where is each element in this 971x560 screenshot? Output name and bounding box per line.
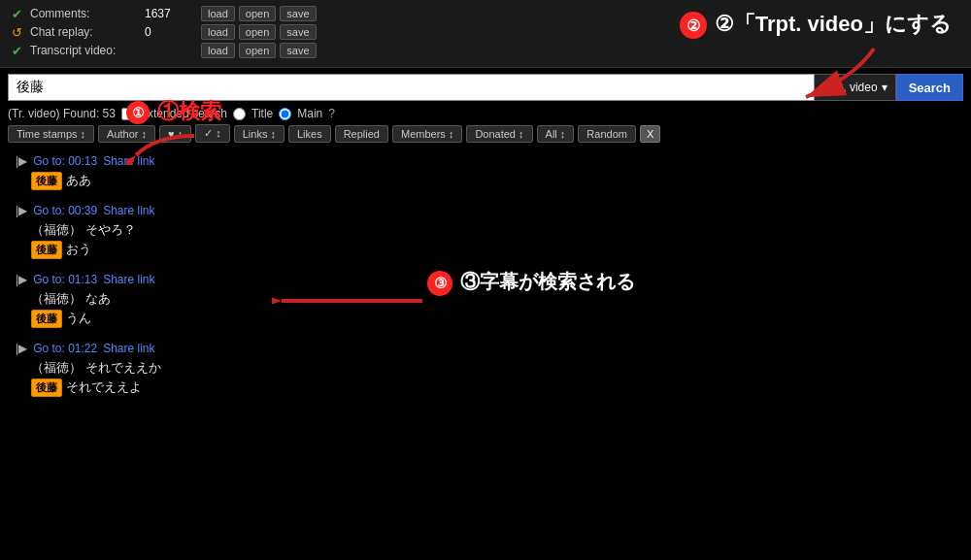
chat-line-2-1: （福徳） そやろ？ <box>31 221 955 239</box>
transcript-row: ✔ Transcript video: load open save <box>12 43 959 58</box>
title-radio-label: Title <box>251 107 273 120</box>
found-text: (Tr. video) Found: 53 <box>8 107 116 120</box>
chat-line-4-2: 後藤 それでええよ <box>31 379 955 397</box>
comments-row: ✔ Comments: 1637 load open save <box>12 6 959 21</box>
sort-links-btn[interactable]: Links ↕ <box>234 125 285 143</box>
goto-link-2[interactable]: Go to: 00:39 <box>33 204 97 217</box>
search-input[interactable] <box>8 74 815 101</box>
transcript-status-icon: ✔ <box>12 44 22 58</box>
msg-text-1-1: ああ <box>66 172 91 189</box>
sort-clear-btn[interactable]: X <box>640 125 660 143</box>
result-group-2: |▶ Go to: 00:39 Share link （福徳） そやろ？ 後藤 … <box>16 204 955 259</box>
comments-status-icon: ✔ <box>12 7 22 21</box>
sort-author-btn[interactable]: Author ↕ <box>98 125 155 143</box>
goto-line-1: |▶ Go to: 00:13 Share link <box>16 154 955 168</box>
search-row: Trpt. video ▾ Search <box>8 74 963 101</box>
play-icon-1: |▶ <box>16 154 27 168</box>
comments-save-btn[interactable]: save <box>280 6 316 21</box>
comments-label: Comments: <box>30 7 137 20</box>
chatreplay-load-btn[interactable]: load <box>201 24 235 40</box>
msg-text-2-1: そやろ？ <box>85 221 136 239</box>
search-button[interactable]: Search <box>896 74 963 101</box>
author-tag-4-2: 後藤 <box>31 379 62 397</box>
chat-line-3-2: 後藤 うん <box>31 310 955 328</box>
goto-link-4[interactable]: Go to: 01:22 <box>33 342 97 355</box>
chatreplay-count: 0 <box>145 25 193 39</box>
sort-all-btn[interactable]: All ↕ <box>537 125 575 143</box>
sort-timestamps-btn[interactable]: Time stamps ↕ <box>8 125 94 143</box>
transcript-open-btn[interactable]: open <box>239 43 276 58</box>
msg-text-4-1: それでええか <box>85 359 161 377</box>
main-radio[interactable] <box>279 108 291 120</box>
author-tag-1-1: 後藤 <box>31 172 62 190</box>
chatreplay-status-icon: ↺ <box>12 25 22 40</box>
author-tag-3-2: 後藤 <box>31 310 62 328</box>
share-link-1[interactable]: Share link <box>103 154 154 168</box>
goto-link-1[interactable]: Go to: 00:13 <box>33 154 97 168</box>
chat-line-2-2: 後藤 おう <box>31 241 955 259</box>
dropdown-label: Trpt. video <box>822 81 877 94</box>
msg-text-2-2: おう <box>66 241 91 258</box>
top-bar: ✔ Comments: 1637 load open save ↺ Chat r… <box>0 0 971 68</box>
share-link-4[interactable]: Share link <box>103 342 154 355</box>
transcript-actions: load open save <box>201 43 317 58</box>
sort-donated-btn[interactable]: Donated ↕ <box>466 125 532 143</box>
sort-check-btn[interactable]: ✓ ↕ <box>195 124 230 143</box>
extended-search-checkbox[interactable] <box>121 108 134 120</box>
share-link-3[interactable]: Share link <box>103 273 154 286</box>
chatreplay-row: ↺ Chat replay: 0 load open save <box>12 24 959 40</box>
share-link-2[interactable]: Share link <box>103 204 154 217</box>
help-icon[interactable]: ? <box>328 107 335 120</box>
results-area: |▶ Go to: 00:13 Share link 後藤 ああ |▶ Go t… <box>0 150 971 414</box>
transcript-save-btn[interactable]: save <box>280 43 316 58</box>
chatreplay-label: Chat replay: <box>30 25 137 39</box>
msg-text-4-2: それでええよ <box>66 379 142 396</box>
goto-line-4: |▶ Go to: 01:22 Share link <box>16 342 955 355</box>
chatreplay-save-btn[interactable]: save <box>280 24 316 40</box>
goto-line-3: |▶ Go to: 01:13 Share link <box>16 273 955 286</box>
title-radio[interactable] <box>233 108 246 120</box>
filter-row: (Tr. video) Found: 53 Extended search Ti… <box>8 107 963 120</box>
play-icon-4: |▶ <box>16 342 27 355</box>
main-radio-label: Main <box>297 107 322 120</box>
transcript-label: Transcript video: <box>30 44 137 57</box>
source-dropdown-btn[interactable]: Trpt. video ▾ <box>815 74 895 101</box>
play-icon-3: |▶ <box>16 273 27 286</box>
result-group-1: |▶ Go to: 00:13 Share link 後藤 ああ <box>16 154 955 190</box>
extended-search-label: Extended search <box>140 107 227 120</box>
sort-random-btn[interactable]: Random <box>578 125 636 143</box>
play-icon-2: |▶ <box>16 204 27 217</box>
goto-line-2: |▶ Go to: 00:39 Share link <box>16 204 955 217</box>
chat-line-4-1: （福徳） それでええか <box>31 359 955 377</box>
comments-load-btn[interactable]: load <box>201 6 235 21</box>
msg-text-3-1: なあ <box>85 290 111 308</box>
chat-line-3-1: （福徳） なあ <box>31 290 955 308</box>
chatreplay-actions: load open save <box>201 24 317 40</box>
msg-text-3-2: うん <box>66 310 91 327</box>
comments-actions: load open save <box>201 6 317 21</box>
transcript-load-btn[interactable]: load <box>201 43 235 58</box>
chat-line-1-1: 後藤 ああ <box>31 172 955 190</box>
chevron-down-icon: ▾ <box>882 81 887 94</box>
sort-likes-btn[interactable]: Likes <box>288 125 331 143</box>
result-group-4: |▶ Go to: 01:22 Share link （福徳） それでええか 後… <box>16 342 955 397</box>
chatreplay-open-btn[interactable]: open <box>239 24 276 40</box>
sort-hearts-btn[interactable]: ♥ ↕ <box>159 125 191 143</box>
author-normal-3-1: （福徳） <box>31 290 82 308</box>
sort-members-btn[interactable]: Members ↕ <box>392 125 462 143</box>
sort-replied-btn[interactable]: Replied <box>335 125 388 143</box>
comments-open-btn[interactable]: open <box>239 6 276 21</box>
comments-count: 1637 <box>145 7 193 20</box>
author-tag-2-2: 後藤 <box>31 241 62 259</box>
goto-link-3[interactable]: Go to: 01:13 <box>33 273 97 286</box>
author-normal-4-1: （福徳） <box>31 359 82 377</box>
sort-bar: Time stamps ↕ Author ↕ ♥ ↕ ✓ ↕ Links ↕ L… <box>8 124 963 143</box>
author-normal-2-1: （福徳） <box>31 221 82 239</box>
result-group-3: |▶ Go to: 01:13 Share link （福徳） なあ 後藤 うん <box>16 273 955 328</box>
